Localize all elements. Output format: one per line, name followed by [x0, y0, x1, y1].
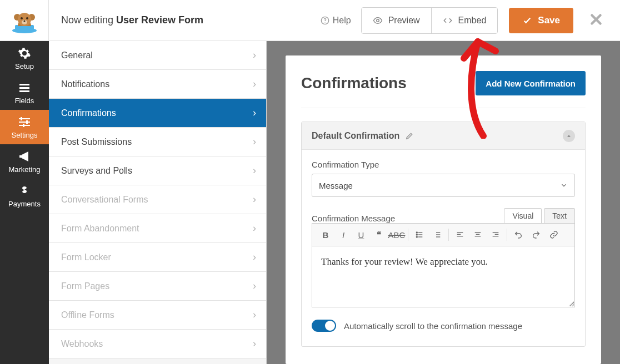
- svg-rect-16: [19, 122, 30, 123]
- link-button[interactable]: [546, 227, 562, 242]
- toolbar-separator: [408, 229, 408, 241]
- svg-rect-37: [495, 234, 499, 235]
- quote-button[interactable]: ❝: [371, 227, 387, 242]
- nav-payments[interactable]: Payments: [0, 179, 49, 213]
- dollar-icon: [18, 184, 31, 198]
- top-actions: Help Preview Embed Save: [311, 7, 620, 34]
- top-bar: Now editing User Review Form Help Previe…: [0, 0, 620, 41]
- settings-item-webhooks[interactable]: Webhooks›: [49, 330, 266, 358]
- italic-button[interactable]: I: [336, 227, 351, 242]
- body: Setup Fields Settings Marketing Payments…: [0, 41, 620, 364]
- align-left-icon: [456, 230, 464, 239]
- svg-rect-30: [457, 232, 463, 232]
- bear-logo-icon: [9, 7, 39, 34]
- sliders-icon: [18, 115, 31, 129]
- chevron-right-icon: ›: [253, 194, 256, 205]
- panel-header: Confirmations Add New Confirmation: [301, 71, 586, 108]
- settings-item-post-submissions[interactable]: Post Submissions›: [49, 128, 266, 156]
- code-icon: [443, 16, 453, 26]
- preview-button[interactable]: Preview: [362, 8, 432, 33]
- canvas: Confirmations Add New Confirmation Defau…: [267, 41, 620, 364]
- close-icon: [589, 12, 603, 27]
- nav-setup[interactable]: Setup: [0, 41, 49, 75]
- settings-item-surveys[interactable]: Surveys and Polls›: [49, 156, 266, 185]
- nav-fields[interactable]: Fields: [0, 75, 49, 110]
- eye-icon: [373, 16, 383, 26]
- chevron-right-icon: ›: [253, 223, 256, 234]
- undo-button[interactable]: [511, 227, 526, 242]
- tab-visual[interactable]: Visual: [504, 208, 542, 223]
- type-value: Message: [319, 181, 353, 190]
- settings-item-confirmations[interactable]: Confirmations›: [49, 99, 266, 128]
- strike-button[interactable]: ABC: [389, 227, 404, 242]
- numbers-button[interactable]: [429, 227, 445, 242]
- numbers-icon: [433, 230, 442, 239]
- chevron-right-icon: ›: [253, 49, 256, 61]
- svg-rect-26: [418, 236, 422, 237]
- align-center-button[interactable]: [470, 227, 486, 242]
- align-right-button[interactable]: [488, 227, 503, 242]
- nav-label: Payments: [8, 200, 41, 208]
- chevron-right-icon: ›: [253, 338, 256, 350]
- settings-item-locker[interactable]: Form Locker›: [49, 243, 266, 272]
- svg-point-25: [416, 236, 417, 237]
- auto-scroll-toggle[interactable]: [312, 320, 336, 332]
- megaphone-icon: [18, 150, 31, 163]
- chevron-right-icon: ›: [253, 136, 256, 148]
- settings-item-offline[interactable]: Offline Forms›: [49, 301, 266, 330]
- svg-point-11: [376, 19, 379, 22]
- redo-button[interactable]: [528, 227, 544, 242]
- chevron-right-icon: ›: [253, 280, 256, 292]
- collapse-button[interactable]: [563, 130, 575, 142]
- app-logo: [0, 0, 49, 41]
- toolbar-separator: [507, 229, 507, 241]
- embed-button[interactable]: Embed: [432, 8, 498, 33]
- nav-label: Marketing: [8, 165, 40, 174]
- svg-rect-38: [493, 236, 499, 236]
- align-center-icon: [473, 230, 482, 239]
- editor-tabs: Visual Text: [504, 208, 575, 223]
- svg-rect-36: [493, 232, 499, 232]
- help-button[interactable]: Help: [311, 16, 361, 26]
- bullets-icon: [415, 230, 424, 239]
- svg-rect-20: [23, 124, 24, 127]
- editing-title: Now editing User Review Form: [49, 14, 311, 26]
- add-confirmation-button[interactable]: Add New Confirmation: [476, 71, 586, 95]
- help-icon: [321, 16, 329, 25]
- svg-point-6: [26, 17, 28, 19]
- settings-item-abandonment[interactable]: Form Abandonment›: [49, 214, 266, 243]
- editing-form-name: User Review Form: [116, 14, 203, 26]
- settings-item-general[interactable]: General›: [49, 41, 266, 70]
- settings-item-conversational[interactable]: Conversational Forms›: [49, 185, 266, 214]
- edit-icon[interactable]: [405, 132, 414, 140]
- bold-button[interactable]: B: [318, 227, 333, 242]
- underline-button[interactable]: U: [353, 227, 369, 242]
- confirmation-name: Default Confirmation: [312, 131, 399, 141]
- settings-item-pages[interactable]: Form Pages›: [49, 272, 266, 301]
- bullets-button[interactable]: [412, 227, 427, 242]
- align-left-button[interactable]: [452, 227, 468, 242]
- confirmations-panel: Confirmations Add New Confirmation Defau…: [286, 55, 601, 364]
- message-editor[interactable]: Thanks for your review! We appreciate yo…: [312, 246, 575, 307]
- nav-marketing[interactable]: Marketing: [0, 144, 49, 179]
- message-label: Confirmation Message: [312, 214, 395, 223]
- settings-menu: General› Notifications› Confirmations› P…: [49, 41, 267, 364]
- close-button[interactable]: [589, 12, 606, 29]
- type-select[interactable]: Message: [312, 174, 575, 197]
- editing-prefix: Now editing: [61, 14, 116, 26]
- nav-label: Settings: [12, 131, 38, 139]
- settings-item-notifications[interactable]: Notifications›: [49, 70, 266, 99]
- svg-rect-24: [418, 234, 422, 235]
- toolbar-separator: [448, 229, 449, 241]
- save-button[interactable]: Save: [509, 8, 573, 33]
- chevron-right-icon: ›: [253, 107, 256, 119]
- svg-rect-33: [475, 232, 481, 232]
- chevron-right-icon: ›: [253, 78, 256, 90]
- nav-settings[interactable]: Settings: [0, 110, 49, 144]
- svg-rect-14: [19, 90, 29, 92]
- chevron-right-icon: ›: [253, 309, 256, 321]
- nav-label: Fields: [15, 97, 34, 105]
- check-icon: [522, 16, 532, 26]
- list-icon: [18, 81, 31, 94]
- tab-text[interactable]: Text: [544, 208, 575, 223]
